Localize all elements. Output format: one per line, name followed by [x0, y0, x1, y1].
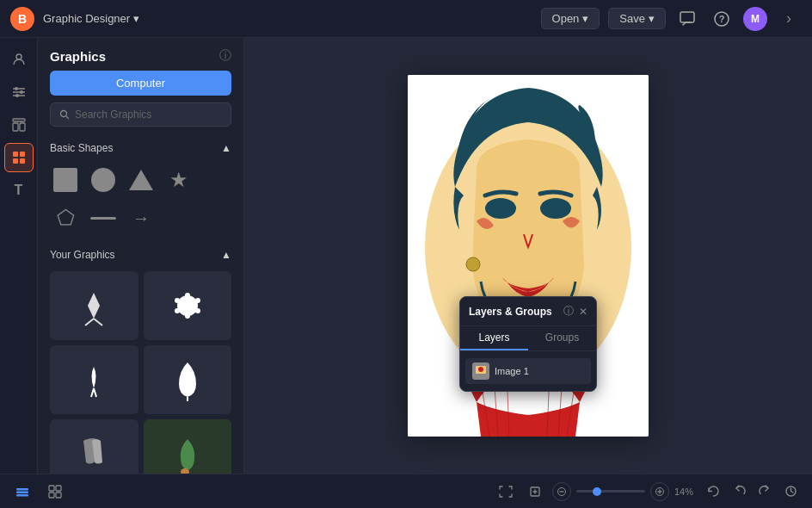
circle-shape[interactable]	[88, 164, 119, 195]
sliders-nav-button[interactable]	[4, 77, 34, 107]
line-shape[interactable]	[88, 202, 119, 233]
sidebar-title: Graphics	[50, 49, 106, 64]
graphics-grid	[38, 266, 243, 474]
layer-item[interactable]: Image 1	[465, 358, 591, 384]
svg-point-24	[175, 308, 180, 313]
graphic-item[interactable]	[50, 345, 138, 414]
layer-name: Image 1	[495, 366, 529, 376]
fit-screen-button[interactable]	[494, 480, 518, 504]
layers-panel-title: Layers & Groups	[469, 306, 552, 318]
svg-point-21	[195, 298, 200, 303]
graphic-item[interactable]	[144, 271, 232, 340]
zoom-plus-button[interactable]	[650, 482, 669, 501]
star-shape[interactable]: ★	[163, 164, 194, 195]
comment-button[interactable]	[674, 6, 700, 32]
graphic-item[interactable]	[50, 419, 138, 474]
graphic-item[interactable]	[144, 419, 232, 474]
svg-rect-16	[20, 158, 25, 164]
layers-list: Image 1	[460, 351, 596, 391]
svg-point-45	[478, 367, 483, 372]
svg-point-7	[15, 87, 18, 90]
resize-button[interactable]	[523, 480, 547, 504]
layers-panel-header: Layers & Groups ⓘ ✕	[460, 297, 596, 326]
svg-point-20	[185, 293, 190, 298]
rect-shape[interactable]	[50, 164, 81, 195]
people-icon	[11, 52, 27, 67]
svg-point-17	[61, 111, 67, 117]
graphic-item[interactable]	[50, 271, 138, 340]
svg-rect-50	[56, 486, 61, 491]
tab-groups[interactable]: Groups	[528, 326, 596, 350]
people-nav-button[interactable]	[4, 45, 34, 74]
search-icon	[59, 109, 70, 120]
main-content: T Graphics ⓘ Computer Search Graphics Ba…	[0, 38, 812, 474]
pentagon-shape[interactable]: ⬠	[50, 202, 81, 233]
text-nav-button[interactable]: T	[4, 176, 34, 205]
template-nav-button[interactable]	[4, 110, 34, 139]
sidebar-info-icon[interactable]: ⓘ	[219, 48, 231, 64]
help-icon: ?	[714, 11, 729, 27]
triangle-shape[interactable]	[126, 164, 157, 195]
svg-rect-11	[13, 123, 18, 131]
your-graphics-section: Your Graphics ▲	[38, 244, 243, 266]
shapes-grid: ★ ⬠ →	[38, 159, 243, 244]
refresh-button[interactable]	[702, 480, 724, 503]
avatar[interactable]: M	[743, 7, 767, 31]
layers-info-icon[interactable]: ⓘ	[563, 304, 574, 319]
zoom-minus-button[interactable]	[552, 482, 571, 501]
svg-point-36	[466, 257, 480, 271]
search-input[interactable]: Search Graphics	[50, 102, 231, 127]
layer-thumb	[472, 362, 489, 380]
undo-button[interactable]	[728, 480, 750, 503]
layers-bottom-icon[interactable]	[10, 480, 34, 504]
svg-point-3	[16, 54, 22, 59]
undo-redo-controls	[702, 480, 802, 503]
text-icon: T	[15, 183, 23, 198]
save-button[interactable]: Save ▾	[608, 8, 666, 29]
svg-text:?: ?	[719, 14, 725, 24]
layers-tabs: Layers Groups	[460, 326, 596, 351]
computer-button[interactable]: Computer	[50, 71, 231, 96]
svg-point-22	[195, 308, 200, 313]
zoom-controls: 14%	[494, 480, 693, 504]
svg-rect-48	[16, 494, 28, 497]
open-button[interactable]: Open ▾	[541, 8, 600, 29]
svg-rect-0	[680, 12, 694, 22]
svg-point-23	[185, 313, 190, 319]
svg-rect-52	[56, 493, 61, 498]
svg-rect-51	[49, 493, 54, 498]
zoom-value: 14%	[674, 486, 693, 497]
svg-rect-10	[13, 119, 25, 121]
layers-panel: Layers & Groups ⓘ ✕ Layers Groups	[459, 296, 597, 392]
zoom-slider[interactable]	[576, 490, 645, 493]
topbar: B Graphic Designer ▾ Open ▾ Save ▾ ? M ›	[0, 0, 812, 38]
svg-point-34	[540, 198, 571, 219]
svg-rect-47	[16, 491, 28, 493]
svg-rect-12	[20, 123, 25, 131]
sliders-icon	[11, 84, 27, 100]
help-button[interactable]: ?	[709, 6, 735, 32]
grid-bottom-icon[interactable]	[43, 480, 67, 504]
svg-rect-15	[13, 158, 18, 164]
sidebar-header: Graphics ⓘ	[38, 38, 243, 71]
svg-point-25	[175, 298, 180, 303]
svg-rect-13	[13, 152, 18, 157]
svg-line-18	[66, 116, 69, 119]
redo-button[interactable]	[754, 480, 776, 503]
icon-bar: T	[0, 38, 38, 474]
tab-layers[interactable]: Layers	[460, 326, 528, 350]
canvas-area[interactable]: Layers & Groups ⓘ ✕ Layers Groups	[244, 38, 812, 474]
template-icon	[11, 117, 27, 133]
app-logo: B	[10, 7, 34, 31]
graphics-nav-button[interactable]	[4, 143, 34, 172]
svg-point-9	[15, 94, 19, 97]
app-name-button[interactable]: Graphic Designer ▾	[43, 12, 139, 25]
basic-shapes-section: Basic Shapes ▲	[38, 137, 243, 159]
svg-point-8	[20, 90, 23, 94]
history-button[interactable]	[779, 480, 802, 503]
arrow-shape[interactable]: →	[126, 202, 157, 233]
graphic-item[interactable]	[144, 345, 232, 414]
svg-point-33	[485, 198, 516, 219]
layers-close-icon[interactable]: ✕	[579, 306, 587, 318]
more-button[interactable]: ›	[776, 6, 802, 32]
